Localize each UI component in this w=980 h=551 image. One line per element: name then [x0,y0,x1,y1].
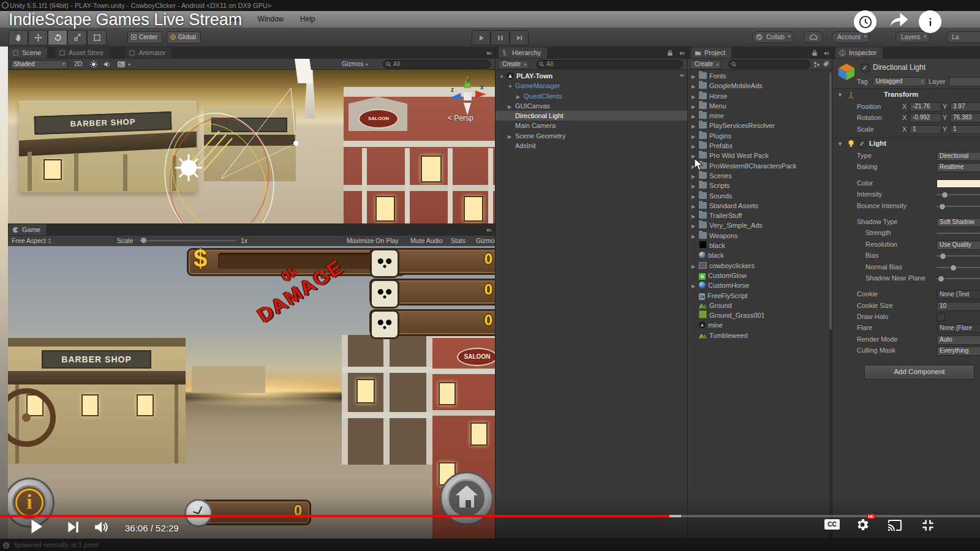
project-item-fonts[interactable]: ▶Fonts [688,71,829,81]
type-dropdown[interactable]: Directional [937,152,980,161]
settings-button[interactable]: HD [855,517,870,534]
2d-toggle[interactable]: 2D [74,59,82,69]
maximize-on-play-toggle[interactable]: Maximize On Play [347,236,399,246]
tab-inspector[interactable]: Inspector [835,47,883,58]
play-video-button[interactable] [27,517,45,538]
light-row-control[interactable]: 10 [937,302,980,311]
effects-toggle-icon[interactable] [117,61,126,68]
hierarchy-item-adsinit[interactable]: AdsInit [496,141,688,151]
project-item-mine[interactable]: ▶mine [688,111,829,121]
project-item-tumbleweed[interactable]: Tumbleweed [688,331,829,340]
transform-y-field[interactable]: 1 [950,125,980,134]
collab-dropdown[interactable]: Collab▾ [752,31,794,43]
hierarchy-lock-icon[interactable] [667,50,673,56]
next-video-button[interactable] [65,519,81,538]
object-name[interactable]: Directional Light [873,63,925,72]
draw-halo-checkbox[interactable] [937,313,945,321]
baking-dropdown[interactable]: Realtime [937,163,980,172]
transform-header[interactable]: ▼ Transform [832,89,980,102]
project-item-cowboyclickers[interactable]: ▶cowboyclickers [688,261,829,271]
light-row-control[interactable] [937,179,980,188]
light-row-control[interactable]: Soft Shadow [937,218,980,227]
flare-object-field[interactable]: None (Flare [937,324,980,333]
project-item-playservicesresolver[interactable]: ▶PlayServicesResolver [688,121,829,130]
game-tab-menu-icon[interactable]: ▾≡ [486,227,491,233]
scene-orientation-gizmo[interactable]: y x z [446,75,489,118]
strength-slider[interactable] [937,233,980,234]
pause-button[interactable] [491,30,510,45]
transform-x-field[interactable]: -0.992 [910,113,941,122]
effects-dropdown-caret[interactable]: ▾ [128,60,130,70]
light-row-control[interactable]: Directional [937,152,980,161]
project-item-menu[interactable]: ▶Menu [688,101,829,111]
tab-animator[interactable]: Animator [124,47,172,58]
project-item-freeflyscript[interactable]: JsFreeFlyScript [688,291,829,301]
tab-asset-store[interactable]: Asset Store [55,47,110,58]
tab-hierarchy[interactable]: Hierarchy [498,47,548,58]
add-component-button[interactable]: Add Component [864,365,974,380]
layout-dropdown[interactable]: La [946,31,980,43]
cookie-object-field[interactable]: None (Text [937,290,980,299]
slider-knob[interactable] [939,203,946,210]
transform-y-field[interactable]: 76.383 [950,113,980,122]
light-enabled-checkbox[interactable]: ✓ [858,140,866,148]
culling-mask-dropdown[interactable]: Everything [937,347,980,356]
light-row-control[interactable]: Everything [937,347,980,356]
watch-later-button[interactable] [854,10,876,33]
hierarchy-menu-icon[interactable]: ▾≡ [679,50,684,56]
project-item-scripts[interactable]: ▶Scripts [688,181,829,190]
light-row-control[interactable]: Use Quality [937,241,980,250]
cast-button[interactable] [887,518,903,535]
light-row-control[interactable] [937,313,980,321]
search-by-label-icon[interactable] [823,61,829,68]
hierarchy-item-questclients[interactable]: ▶QuestClients [496,91,688,101]
scale-slider[interactable] [140,240,236,241]
slider-knob[interactable] [938,276,944,282]
project-item-black[interactable]: black [688,250,829,260]
intensity-slider[interactable] [937,194,980,195]
project-item-scenes[interactable]: ▶Scenes [688,171,829,181]
video-info-button[interactable] [919,10,941,33]
project-item-very-simple-ads[interactable]: ▶Very_Simple_Ads [688,220,829,230]
video-title[interactable]: IndieScape Games Live Stream [9,10,242,29]
transform-x-field[interactable]: 1 [910,125,941,134]
hierarchy-item-gamemanager[interactable]: ▼GameManager [496,81,688,91]
aspect-dropdown[interactable]: Free Aspect ‡ [12,236,51,246]
pivot-toggle-button[interactable]: Center [127,31,162,43]
menu-item-help[interactable]: Help [300,15,315,23]
project-item-horse[interactable]: ▶Horse [688,91,829,101]
light-row-control[interactable] [937,202,980,203]
stats-toggle[interactable]: Stats [451,236,466,246]
light-row-control[interactable] [937,252,980,253]
scene-viewport[interactable]: BARBER SHOP SALOON [8,70,495,223]
light-row-control[interactable]: None (Flare [937,324,980,333]
hand-tool-button[interactable] [9,30,28,45]
light-row-control[interactable]: Auto [937,335,980,345]
lighting-toggle-icon[interactable] [90,61,97,68]
light-header[interactable]: ▼ ✓ Light [832,138,980,151]
project-lock-icon[interactable] [812,50,818,56]
hierarchy-item-scene-geometry[interactable]: ▶Scene Geometry [496,131,688,141]
bounce-intensity-slider[interactable] [937,206,980,207]
disclosure-down-icon[interactable]: ▼ [837,92,843,98]
light-row-control[interactable] [937,229,980,230]
hierarchy-item-play-town[interactable]: ▼PLAY-Town▾≡ [496,71,688,81]
light-row-control[interactable] [937,263,980,264]
bias-slider[interactable] [937,255,980,257]
enemy-bar-1[interactable]: 0 [369,248,495,275]
project-item-sounds[interactable]: ▶Sounds [688,191,829,201]
project-item-black[interactable]: black [688,241,829,250]
project-item-plugins[interactable]: ▶Plugins [688,131,829,141]
project-create-button[interactable]: Create▾ [690,60,721,69]
light-row-control[interactable] [937,274,980,276]
project-item-trailerstuff[interactable]: ▶TrailerStuff [688,211,829,220]
light-row-control[interactable] [937,190,980,192]
slider-knob[interactable] [941,192,948,198]
project-item-customhorse[interactable]: ▶CustomHorse [688,280,829,290]
captions-button[interactable]: CC [824,519,840,530]
scale-tool-button[interactable] [67,30,87,45]
cloud-button[interactable] [804,31,823,43]
project-item-prefabs[interactable]: ▶Prefabs [688,141,829,151]
scene-row-menu-icon[interactable]: ▾≡ [680,71,684,81]
perspective-label[interactable]: < Persp [448,114,473,122]
